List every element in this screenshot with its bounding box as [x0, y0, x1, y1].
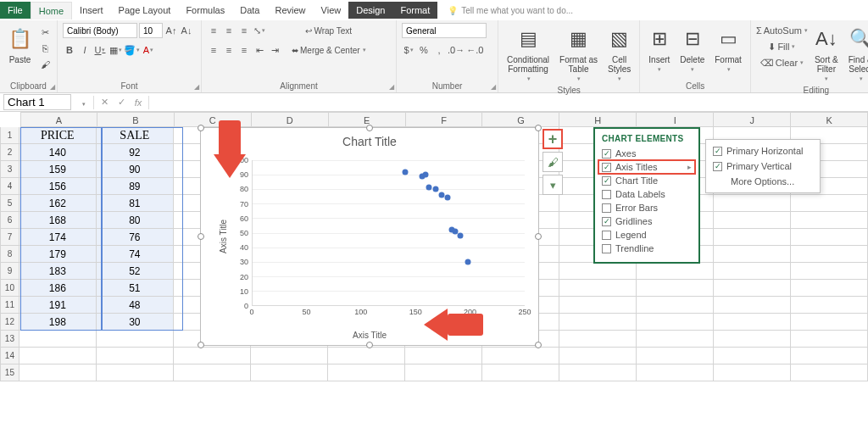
format-cells-button[interactable]: ▭Format	[711, 23, 745, 75]
cell[interactable]	[637, 364, 714, 381]
chart-styles-button[interactable]: 🖌	[542, 152, 563, 172]
align-middle-button[interactable]: ≡	[222, 23, 236, 38]
embedded-chart[interactable]: Chart Title Axis Title Axis Title 010203…	[200, 127, 539, 346]
cell[interactable]: SALE	[97, 127, 174, 144]
percent-button[interactable]: %	[417, 42, 431, 58]
cell[interactable]	[251, 348, 328, 364]
row-header[interactable]: 5	[0, 195, 19, 212]
cell[interactable]	[19, 348, 97, 364]
font-color-button[interactable]: A	[142, 42, 155, 58]
cell[interactable]: 156	[19, 178, 97, 195]
cell[interactable]: 30	[97, 314, 174, 331]
cell[interactable]	[791, 280, 868, 297]
cell[interactable]: 179	[19, 246, 97, 263]
align-center-button[interactable]: ≡	[222, 42, 236, 58]
checkbox-icon[interactable]: ✓	[602, 217, 611, 226]
chart-element-option[interactable]: ✓Gridlines	[598, 214, 695, 228]
cell[interactable]: 48	[97, 297, 174, 314]
cell[interactable]: 52	[97, 263, 174, 280]
column-header[interactable]: F	[406, 112, 483, 127]
row-header[interactable]: 14	[0, 348, 19, 364]
cell[interactable]	[405, 348, 482, 364]
fill-color-button[interactable]: 🪣	[124, 42, 140, 58]
cell[interactable]: 90	[97, 161, 174, 178]
chart-elements-button[interactable]: +	[542, 129, 563, 149]
resize-handle[interactable]	[198, 233, 204, 240]
cell[interactable]: 186	[19, 280, 97, 297]
cell[interactable]	[328, 364, 405, 381]
row-header[interactable]: 13	[0, 331, 19, 348]
cell[interactable]	[791, 297, 868, 314]
resize-handle[interactable]	[198, 342, 204, 348]
row-header[interactable]: 2	[0, 144, 19, 161]
plot-area[interactable]	[252, 160, 525, 306]
resize-handle[interactable]	[198, 125, 204, 131]
submenu-option[interactable]: ✓Primary Horizontal	[709, 143, 816, 159]
checkbox-icon[interactable]	[602, 203, 611, 213]
increase-decimal-button[interactable]: .0→	[448, 42, 465, 58]
cell[interactable]: 89	[97, 178, 174, 195]
cell[interactable]	[791, 314, 868, 331]
chart-element-option[interactable]: ✓Axes	[598, 147, 695, 160]
cell[interactable]	[637, 263, 714, 280]
checkbox-icon[interactable]: ✓	[602, 149, 611, 159]
cell[interactable]: 159	[19, 161, 97, 178]
name-box-dropdown[interactable]	[75, 97, 92, 108]
cell[interactable]: 162	[19, 195, 97, 212]
column-header[interactable]: I	[637, 112, 714, 127]
name-box[interactable]	[3, 94, 71, 110]
enter-formula-button[interactable]: ✓	[113, 97, 130, 108]
cell[interactable]	[714, 331, 791, 348]
cell[interactable]: 51	[97, 280, 174, 297]
checkbox-icon[interactable]	[602, 231, 611, 240]
column-header[interactable]: G	[482, 112, 559, 127]
column-header[interactable]: D	[252, 112, 329, 127]
wrap-text-button[interactable]: ↩ Wrap Text	[292, 23, 366, 38]
borders-button[interactable]: ▦	[108, 42, 122, 58]
cell[interactable]	[714, 195, 791, 212]
cell[interactable]	[714, 229, 791, 246]
decrease-decimal-button[interactable]: ←.0	[466, 42, 483, 58]
insert-function-button[interactable]: fx	[130, 97, 147, 108]
cell[interactable]: 198	[19, 314, 97, 331]
underline-button[interactable]: U	[93, 42, 107, 58]
data-point[interactable]	[432, 186, 438, 192]
resize-handle[interactable]	[535, 233, 542, 240]
row-header[interactable]: 12	[0, 314, 19, 331]
font-size-select[interactable]	[139, 23, 163, 38]
cell[interactable]	[637, 314, 714, 331]
cell[interactable]	[251, 364, 328, 381]
data-point[interactable]	[426, 185, 432, 191]
cell[interactable]	[328, 348, 405, 364]
tab-view[interactable]: View	[314, 2, 349, 19]
merge-center-button[interactable]: ⬌ Merge & Center	[292, 42, 366, 58]
cell[interactable]	[637, 280, 714, 297]
chart-element-option[interactable]: ✓Axis Titles	[598, 160, 695, 174]
column-header[interactable]: H	[559, 112, 637, 127]
cell[interactable]	[714, 314, 791, 331]
tab-file[interactable]: File	[0, 2, 31, 19]
row-header[interactable]: 7	[0, 229, 19, 246]
row-header[interactable]: 8	[0, 246, 19, 263]
copy-button[interactable]: ⎘	[38, 41, 52, 56]
cell[interactable]	[97, 348, 174, 364]
align-left-button[interactable]: ≡	[207, 42, 220, 58]
cell[interactable]	[174, 364, 251, 381]
cell[interactable]	[405, 364, 482, 381]
cell[interactable]	[791, 263, 868, 280]
font-name-select[interactable]	[63, 23, 137, 38]
checkbox-icon[interactable]: ✓	[713, 147, 722, 156]
checkbox-icon[interactable]: ✓	[602, 163, 611, 172]
sort-filter-button[interactable]: A↓Sort & Filter	[811, 23, 842, 84]
cell[interactable]	[791, 348, 868, 364]
cell[interactable]: 74	[97, 246, 174, 263]
y-axis-title[interactable]: Axis Title	[219, 220, 228, 253]
row-header[interactable]: 4	[0, 178, 19, 195]
cell[interactable]: 80	[97, 212, 174, 229]
cell[interactable]: 174	[19, 229, 97, 246]
decrease-indent-button[interactable]: ⇤	[253, 42, 266, 58]
align-right-button[interactable]: ≡	[237, 42, 251, 58]
cell[interactable]	[559, 314, 637, 331]
chart-element-option[interactable]: Trendline	[598, 242, 695, 255]
cell[interactable]	[714, 297, 791, 314]
